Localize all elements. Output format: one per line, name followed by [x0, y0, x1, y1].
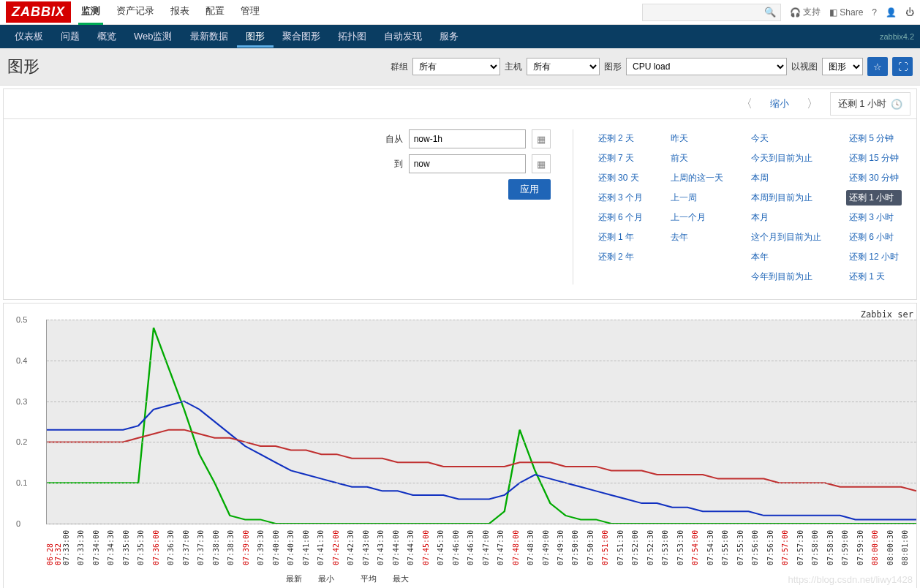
ytick-label: 0.5 [16, 315, 27, 324]
preset-link[interactable]: 昨天 [668, 131, 726, 146]
xtick-label: 07:53:00 [661, 524, 676, 565]
preset-link[interactable]: 今天 [748, 131, 824, 146]
preset-link[interactable]: 今天到目前为止 [748, 151, 824, 166]
subnav-item[interactable]: 服务 [431, 26, 467, 48]
xtick-label: 07:57:30 [796, 524, 811, 565]
fullscreen-button[interactable]: ⛶ [892, 57, 913, 76]
xtick-label: 07:36:30 [167, 524, 181, 565]
preset-link[interactable]: 今年到目前为止 [748, 269, 824, 284]
preset-link[interactable]: 还剩 1 天 [846, 269, 902, 284]
group-select[interactable]: 所有 [412, 58, 500, 75]
group-label: 群组 [391, 61, 408, 73]
xtick-label: 07:48:30 [527, 524, 541, 565]
preset-link[interactable]: 本年 [748, 249, 824, 265]
logout-icon[interactable]: ⏻ [905, 7, 914, 18]
preset-link[interactable]: 还剩 30 天 [595, 170, 646, 186]
preset-link[interactable]: 去年 [668, 230, 726, 245]
xtick-label: 07:46:00 [452, 524, 467, 565]
divider [573, 129, 573, 284]
chart-xaxis: 06-28 07:3207:33:0007:33:3007:34:0007:34… [46, 524, 916, 565]
xtick-label: 07:57:00 [781, 524, 796, 565]
topnav-item[interactable]: 资产记录 [113, 0, 157, 25]
apply-button[interactable]: 应用 [508, 179, 551, 200]
preset-link[interactable]: 前天 [668, 151, 726, 166]
preset-link[interactable]: 还剩 12 小时 [846, 249, 902, 265]
xtick-label: 07:38:30 [227, 524, 241, 565]
subnav-item[interactable]: 最新数据 [181, 26, 237, 48]
preset-link[interactable]: 这个月到目前为止 [748, 230, 824, 245]
host-label: 主机 [505, 61, 522, 73]
xtick-label: 07:56:00 [751, 524, 766, 565]
xtick-label: 07:51:30 [617, 524, 631, 565]
topnav-item[interactable]: 管理 [238, 0, 263, 25]
current-range-tab[interactable]: 还剩 1 小时 🕓 [830, 92, 910, 116]
ytick-label: 0 [16, 519, 20, 528]
preset-link[interactable]: 还剩 2 年 [595, 249, 646, 265]
ytick-label: 0.1 [16, 478, 27, 487]
subnav-item[interactable]: 拓扑图 [329, 26, 375, 48]
subnav-item[interactable]: 聚合图形 [274, 26, 329, 48]
preset-link[interactable]: 还剩 7 天 [595, 151, 646, 166]
from-input[interactable] [409, 129, 526, 148]
subnav-item[interactable]: 图形 [237, 26, 274, 48]
xtick-label: 07:40:30 [287, 524, 301, 565]
xtick-label: 07:54:00 [691, 524, 706, 565]
zoom-out-button[interactable]: 缩小 [770, 97, 789, 110]
preset-link[interactable]: 还剩 6 个月 [595, 210, 646, 225]
support-link[interactable]: 🎧 支持 [790, 6, 821, 18]
logo[interactable]: ZABBIX [6, 1, 71, 23]
subnav-item[interactable]: 概览 [88, 26, 125, 48]
subnav-item[interactable]: Web监测 [125, 26, 181, 48]
preset-link[interactable]: 本周到目前为止 [748, 190, 824, 206]
chart-area[interactable]: 00.10.20.30.40.5 [46, 320, 916, 524]
xtick-label: 07:49:30 [557, 524, 571, 565]
host-select[interactable]: 所有 [527, 58, 600, 75]
time-prev-button[interactable]: 〈 [735, 94, 758, 115]
preset-link[interactable]: 上周的这一天 [668, 170, 726, 186]
subnav-item[interactable]: 问题 [52, 26, 88, 48]
preset-link[interactable]: 还剩 1 小时 [846, 190, 902, 206]
xtick-label: 07:44:30 [407, 524, 421, 565]
preset-link[interactable]: 还剩 15 分钟 [846, 151, 902, 166]
xtick-label: 07:51:00 [601, 524, 616, 565]
help-icon[interactable]: ? [872, 7, 877, 18]
subnav-item[interactable]: 自动发现 [375, 26, 431, 48]
preset-link[interactable]: 还剩 30 分钟 [846, 170, 902, 186]
from-calendar-icon[interactable]: ▦ [532, 129, 551, 148]
preset-link[interactable]: 还剩 3 个月 [595, 190, 646, 206]
from-label: 自从 [377, 133, 403, 146]
preset-link[interactable]: 还剩 6 小时 [846, 230, 902, 245]
preset-link[interactable]: 上一个月 [668, 210, 726, 225]
preset-link[interactable]: 还剩 5 分钟 [846, 131, 902, 146]
graph-select[interactable]: CPU load [626, 58, 787, 75]
xtick-label: 07:43:30 [377, 524, 391, 565]
xtick-label: 07:53:30 [676, 524, 691, 565]
global-search[interactable]: 🔍 [642, 4, 781, 21]
xtick-label: 07:39:30 [257, 524, 271, 565]
xtick-label: 07:33:30 [77, 524, 91, 565]
time-tabbar: 〈 缩小 〉 还剩 1 小时 🕓 [4, 89, 916, 119]
user-icon[interactable]: 👤 [886, 7, 897, 18]
xtick-label: 07:48:00 [512, 524, 527, 565]
view-select[interactable]: 图形 [822, 58, 863, 75]
to-calendar-icon[interactable]: ▦ [532, 154, 551, 173]
view-label: 以视图 [791, 61, 818, 73]
preset-link[interactable]: 还剩 1 年 [595, 230, 646, 245]
topnav-item[interactable]: 配置 [203, 0, 227, 25]
preset-link[interactable]: 还剩 3 小时 [846, 210, 902, 225]
to-input[interactable] [409, 154, 526, 173]
xtick-label: 07:58:00 [811, 524, 826, 565]
preset-link[interactable]: 本月 [748, 210, 824, 225]
share-link[interactable]: ◧ Share [829, 7, 863, 18]
preset-link[interactable]: 上一周 [668, 190, 726, 206]
ytick-label: 0.3 [16, 397, 27, 406]
favorite-button[interactable]: ☆ [867, 57, 888, 76]
subnav-item[interactable]: 仪表板 [6, 26, 52, 48]
topnav-item[interactable]: 报表 [167, 0, 192, 25]
preset-link[interactable]: 还剩 2 天 [595, 131, 646, 146]
xtick-label: 07:40:00 [272, 524, 287, 565]
time-next-button[interactable]: 〉 [801, 94, 824, 115]
xtick-label: 07:35:00 [122, 524, 137, 565]
preset-link[interactable]: 本周 [748, 170, 824, 186]
topnav-item[interactable]: 监测 [78, 0, 103, 25]
